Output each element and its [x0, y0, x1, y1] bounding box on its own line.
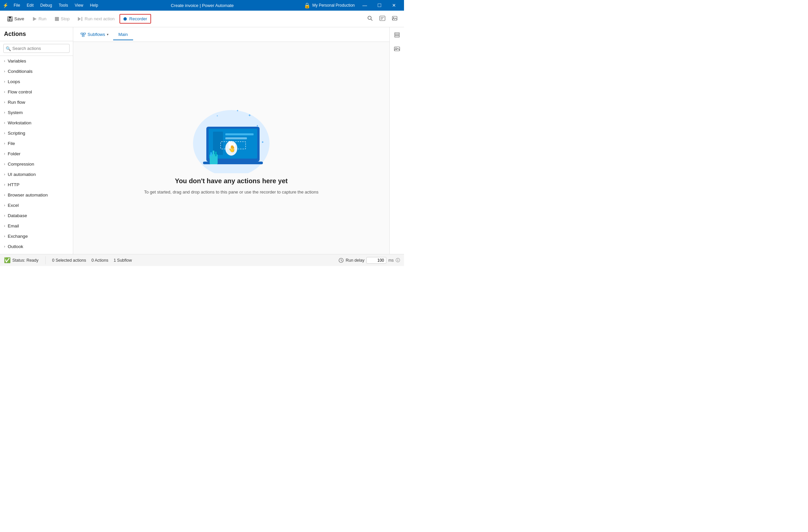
- selected-actions-count: 0 Selected actions: [52, 258, 86, 263]
- layers-button[interactable]: [392, 30, 402, 41]
- main-tab-label: Main: [118, 32, 128, 37]
- sidebar-item-http[interactable]: › HTTP: [0, 179, 73, 190]
- sidebar-item-outlook[interactable]: › Outlook: [0, 241, 73, 252]
- svg-rect-43: [215, 152, 217, 156]
- chevron-icon: ›: [4, 224, 5, 228]
- main-canvas: ✦ ✦ ✦ ✦ ✦: [73, 42, 389, 254]
- status-text: Status: Ready: [12, 258, 39, 263]
- svg-rect-41: [210, 152, 212, 156]
- status-ready: ✅ Status: Ready: [4, 257, 39, 263]
- svg-point-8: [368, 16, 371, 19]
- menu-edit[interactable]: Edit: [24, 2, 36, 8]
- close-button[interactable]: ✕: [387, 0, 401, 11]
- sidebar-item-email[interactable]: › Email: [0, 221, 73, 231]
- account-label: My Personal Production: [312, 3, 355, 8]
- title-bar: ⚡ File Edit Debug Tools View Help Create…: [0, 0, 404, 11]
- sidebar-item-browser-automation[interactable]: › Browser automation: [0, 190, 73, 200]
- menu-help[interactable]: Help: [87, 2, 101, 8]
- sidebar-item-flow-control[interactable]: › Flow control: [0, 87, 73, 97]
- menu-file[interactable]: File: [11, 2, 23, 8]
- ms-label: ms: [388, 258, 394, 263]
- variables-icon: [379, 16, 385, 21]
- sidebar-item-folder[interactable]: › Folder: [0, 149, 73, 159]
- menu-tools[interactable]: Tools: [56, 2, 71, 8]
- sidebar-item-label: HTTP: [8, 182, 19, 187]
- sidebar-item-system[interactable]: › System: [0, 108, 73, 118]
- svg-text:✦: ✦: [248, 113, 251, 118]
- save-button[interactable]: Save: [4, 15, 27, 23]
- empty-state-illustration: ✦ ✦ ✦ ✦ ✦: [185, 100, 278, 173]
- assets-icon: [394, 46, 400, 52]
- actions-sidebar: Actions 🔍 › Variables › Conditionals ›: [0, 27, 73, 254]
- stop-label: Stop: [61, 16, 70, 21]
- sidebar-item-scripting[interactable]: › Scripting: [0, 128, 73, 138]
- assets-button[interactable]: [392, 44, 402, 55]
- window-title: Create invoice | Power Automate: [101, 3, 304, 8]
- empty-state-description: To get started, drag and drop actions to…: [144, 189, 318, 196]
- maximize-button[interactable]: ☐: [372, 0, 387, 11]
- sidebar-item-label: Database: [8, 213, 27, 218]
- run-next-button[interactable]: Run next action: [74, 15, 118, 23]
- search-icon: [367, 16, 373, 21]
- run-delay-input[interactable]: [366, 257, 386, 264]
- content-area: Actions 🔍 › Variables › Conditionals ›: [0, 27, 404, 254]
- sidebar-item-label: Flow control: [8, 90, 32, 94]
- tab-area: Subflows ▾ Main ✦ ✦ ✦: [73, 27, 389, 254]
- chevron-icon: ›: [4, 193, 5, 197]
- chevron-icon: ›: [4, 152, 5, 156]
- tab-subflows[interactable]: Subflows ▾: [77, 29, 112, 40]
- sidebar-item-database[interactable]: › Database: [0, 210, 73, 221]
- recorder-button[interactable]: Recorder: [120, 14, 151, 24]
- sidebar-item-ui-automation[interactable]: › UI automation: [0, 169, 73, 179]
- sidebar-item-workstation[interactable]: › Workstation: [0, 118, 73, 128]
- image-button[interactable]: [389, 14, 400, 24]
- svg-rect-7: [81, 17, 82, 21]
- info-icon[interactable]: ⓘ: [396, 258, 400, 263]
- menu-debug[interactable]: Debug: [38, 2, 55, 8]
- sidebar-item-label: Browser automation: [8, 192, 48, 197]
- chevron-icon: ›: [4, 234, 5, 238]
- sidebar-title: Actions: [0, 27, 73, 41]
- save-label: Save: [14, 16, 24, 21]
- svg-rect-14: [392, 16, 397, 20]
- clock-icon: [338, 258, 344, 263]
- chevron-icon: ›: [4, 183, 5, 187]
- empty-state-title: You don't have any actions here yet: [175, 177, 288, 185]
- stop-button[interactable]: Stop: [51, 15, 73, 23]
- menu-view[interactable]: View: [72, 2, 86, 8]
- chevron-icon: ›: [4, 70, 5, 73]
- sidebar-item-variables[interactable]: › Variables: [0, 56, 73, 66]
- sidebar-item-run-flow[interactable]: › Run flow: [0, 97, 73, 108]
- sidebar-item-label: Email: [8, 224, 19, 228]
- svg-rect-31: [225, 137, 247, 139]
- run-button[interactable]: Run: [29, 15, 50, 23]
- sidebar-item-label: Exchange: [8, 234, 27, 239]
- subflow-count: 1 Subflow: [113, 258, 132, 263]
- svg-rect-29: [213, 132, 223, 155]
- actions-list: › Variables › Conditionals › Loops › Flo…: [0, 56, 73, 254]
- sidebar-item-label: Compression: [8, 162, 34, 167]
- chevron-icon: ›: [4, 121, 5, 125]
- right-sidebar: [389, 27, 404, 254]
- run-delay-area: Run delay ms ⓘ: [338, 257, 400, 264]
- chevron-icon: ›: [4, 162, 5, 166]
- search-input[interactable]: [3, 44, 70, 53]
- recorder-label: Recorder: [129, 16, 147, 21]
- sidebar-item-label: Scripting: [8, 131, 25, 136]
- sidebar-item-conditionals[interactable]: › Conditionals: [0, 66, 73, 76]
- sidebar-item-exchange[interactable]: › Exchange: [0, 231, 73, 241]
- sidebar-item-excel[interactable]: › Excel: [0, 200, 73, 210]
- sidebar-item-label: Conditionals: [8, 69, 32, 74]
- run-next-label: Run next action: [85, 16, 114, 21]
- toolbar-search-button[interactable]: [365, 14, 375, 24]
- minimize-button[interactable]: —: [357, 0, 372, 11]
- sidebar-item-file[interactable]: › File: [0, 138, 73, 149]
- sidebar-item-compression[interactable]: › Compression: [0, 159, 73, 169]
- variables-button[interactable]: [377, 14, 388, 24]
- sidebar-item-message-boxes[interactable]: › Message boxes: [0, 252, 73, 254]
- chevron-icon: ›: [4, 173, 5, 176]
- sidebar-item-loops[interactable]: › Loops: [0, 76, 73, 87]
- tab-main[interactable]: Main: [113, 29, 133, 40]
- svg-marker-6: [78, 17, 81, 21]
- svg-rect-44: [395, 33, 399, 34]
